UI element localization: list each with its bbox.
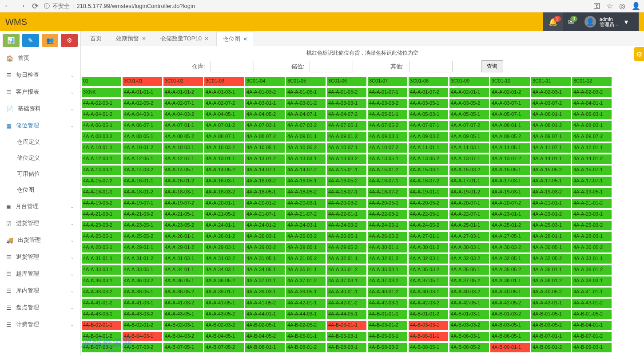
location-cell[interactable]: 4A-A-07-03-1 — [245, 121, 285, 130]
location-cell[interactable]: 4A-A-08-07-2 — [245, 132, 285, 142]
location-cell[interactable]: 4A-A-27-03-1 — [449, 232, 489, 241]
location-cell[interactable]: 4A-A-32-01-1 — [327, 254, 366, 264]
location-cell[interactable]: 4A-A-13-03-1 — [286, 154, 326, 164]
back-icon[interactable]: ← — [4, 1, 12, 11]
location-cell[interactable]: 4A-A-24-05-2 — [409, 221, 448, 230]
location-cell[interactable]: 4A-A-04-05-1 — [204, 110, 244, 119]
location-cell[interactable]: 4A-A-23-03-1 — [572, 210, 612, 219]
sidebar-item-出货管理[interactable]: 🚚出货管理⌄ — [0, 232, 80, 248]
location-cell[interactable]: 4A-A-20-05-1 — [368, 199, 407, 208]
location-cell[interactable]: 4A-A-13-07-1 — [449, 154, 489, 164]
location-cell[interactable]: 4A-A-25-03-1 — [531, 221, 571, 230]
location-cell[interactable]: 4A-A-29-03-2 — [245, 243, 285, 252]
location-cell[interactable]: 4A-A-21-07-1 — [245, 210, 285, 219]
location-cell[interactable]: 4A-A-11-03-1 — [449, 143, 489, 153]
location-cell[interactable]: 4A-B-08-03-2 — [368, 343, 407, 352]
location-cell[interactable]: 4A-A-08-03-1 — [572, 121, 612, 130]
location-cell[interactable]: 4A-B-07-05-1 — [163, 343, 203, 352]
location-cell[interactable]: 4A-B-06-03-1 — [449, 332, 489, 341]
location-cell[interactable]: 4A-A-21-01-1 — [531, 199, 571, 208]
location-cell[interactable]: 4A-A-10-05-2 — [286, 143, 326, 153]
location-cell[interactable]: 4A-A-26-01-1 — [163, 232, 203, 241]
location-cell[interactable]: 4A-A-14-05-2 — [204, 166, 244, 175]
location-cell[interactable]: 4A-A-15-03-1 — [409, 166, 448, 175]
location-cell[interactable]: 4A-A-17-07-1 — [572, 177, 612, 186]
location-cell[interactable]: 4A-A-38-03-2 — [82, 288, 121, 297]
location-cell[interactable]: 4A-A-19-03-2 — [531, 188, 571, 197]
location-cell[interactable]: 4A-A-23-01-1 — [490, 210, 530, 219]
location-cell[interactable]: 4A-A-05-07-1 — [490, 110, 530, 119]
location-cell[interactable]: 4A-A-16-05-2 — [327, 177, 366, 186]
location-cell[interactable]: 4A-A-02-03-2 — [572, 88, 612, 97]
location-cell[interactable]: 4A-A-38-05-1 — [123, 288, 162, 297]
messages-button[interactable]: ✉ 0 — [563, 12, 579, 31]
location-cell[interactable]: 4A-A-09-07-2 — [572, 132, 612, 142]
location-cell[interactable]: 4A-A-24-05-1 — [368, 221, 407, 230]
location-cell[interactable]: 4A-A-01-07-2 — [409, 88, 448, 97]
location-cell[interactable]: 4A-A-13-07-2 — [490, 154, 530, 164]
location-cell[interactable]: 4A-A-40-03-2 — [449, 288, 489, 297]
sidebar-item-越库管理[interactable]: ☰越库管理⌄ — [0, 265, 80, 282]
location-cell[interactable]: 4A-A-29-01-2 — [163, 243, 203, 252]
sidebar-item-储位管理[interactable]: ▦储位管理⌄ — [0, 117, 80, 134]
location-cell[interactable]: 4A-A-41-01-1 — [572, 288, 612, 297]
location-cell[interactable]: 4A-A-33-01-1 — [572, 254, 612, 264]
location-cell[interactable]: 4A-A-08-05-2 — [163, 132, 203, 142]
location-cell[interactable]: 4A-A-18-03-2 — [204, 188, 244, 197]
location-cell[interactable]: 4A-A-07-07-2 — [449, 121, 489, 130]
location-cell[interactable]: 4A-A-22-05-1 — [409, 210, 448, 219]
location-cell[interactable]: 4A-A-44-05-1 — [327, 310, 366, 319]
location-cell[interactable]: 4A-A-18-07-2 — [368, 188, 407, 197]
location-cell[interactable]: 4A-A-17-03-1 — [490, 177, 530, 186]
location-cell[interactable]: 4A-A-37-01-2 — [286, 276, 326, 286]
location-cell[interactable]: 4A-A-38-01-2 — [531, 276, 571, 286]
location-cell[interactable]: 4A-B-02-01-1 — [82, 321, 121, 330]
location-cell[interactable]: 4A-A-02-01-1 — [449, 88, 489, 97]
toolbar-stats-button[interactable]: 📊 — [3, 34, 20, 47]
toolbar-settings-button[interactable]: ⚙ — [61, 34, 78, 47]
location-cell[interactable]: 4A-A-35-01-1 — [286, 265, 326, 275]
location-cell[interactable]: 4A-A-36-05-1 — [163, 276, 203, 286]
location-cell[interactable]: 4A-A-30-01-1 — [368, 243, 407, 252]
location-cell[interactable]: 4A-A-04-07-2 — [327, 110, 366, 119]
location-cell[interactable]: 4A-A-37-03-2 — [368, 276, 407, 286]
location-cell[interactable]: 4A-A-17-01-1 — [449, 177, 489, 186]
location-cell[interactable]: 4A-A-35-05-1 — [449, 265, 489, 275]
location-cell[interactable]: 4A-A-31-05-1 — [245, 254, 285, 264]
location-cell[interactable]: 3C01-05 — [286, 77, 326, 86]
location-cell[interactable]: 4A-A-06-07-1 — [123, 121, 162, 130]
location-cell[interactable]: 4A-A-42-05-1 — [449, 299, 489, 308]
location-cell[interactable]: 4A-A-16-01-1 — [123, 177, 162, 186]
location-cell[interactable]: 4A-A-20-01-2 — [245, 199, 285, 208]
sidebar-item-每日检查[interactable]: ☰每日检查⌄ — [0, 67, 80, 83]
location-cell[interactable]: 4A-A-09-03-1 — [368, 132, 407, 142]
profile-icon[interactable]: 👤 — [632, 2, 640, 10]
location-cell[interactable]: 4A-A-03-07-1 — [490, 99, 530, 108]
location-cell[interactable]: 4A-A-34-05-1 — [245, 265, 285, 275]
location-cell[interactable]: 4A-A-08-01-1 — [490, 121, 530, 130]
location-cell[interactable]: 4A-A-14-07-2 — [286, 166, 326, 175]
location-cell[interactable]: 4A-A-14-01-2 — [572, 154, 612, 164]
location-cell[interactable]: 4A-A-12-03-1 — [82, 154, 121, 164]
location-cell[interactable]: 3C01-06 — [327, 77, 366, 86]
url-bar[interactable]: ⓘ 不安全 | 218.5.177.99/wmstest/loginContro… — [44, 2, 588, 10]
location-cell[interactable]: 4A-A-15-07-2 — [82, 177, 121, 186]
location-cell[interactable]: 4A-A-15-01-2 — [368, 166, 407, 175]
location-cell[interactable]: 4A-A-40-05-2 — [531, 288, 571, 297]
location-cell[interactable]: 4A-A-42-03-1 — [368, 299, 407, 308]
location-cell[interactable]: 4A-A-28-05-1 — [82, 243, 121, 252]
extension-icon[interactable]: ◎ — [619, 2, 625, 10]
location-cell[interactable]: 4A-A-01-05-2 — [327, 88, 366, 97]
location-cell[interactable]: 4A-A-12-05-1 — [123, 154, 162, 164]
location-cell[interactable]: 4A-A-32-05-2 — [531, 254, 571, 264]
location-cell[interactable]: 4A-B-08-05-2 — [449, 343, 489, 352]
location-cell[interactable]: 4A-A-11-05-1 — [490, 143, 530, 153]
location-cell[interactable]: 4A-A-39-03-1 — [245, 288, 285, 297]
location-cell[interactable]: 4A-A-16-07-1 — [368, 177, 407, 186]
location-cell[interactable]: 4A-A-23-01-2 — [531, 210, 571, 219]
location-cell[interactable]: 4A-A-31-03-2 — [204, 254, 244, 264]
location-cell[interactable]: 3C01-10 — [490, 77, 530, 86]
location-cell[interactable]: 4A-B-03-01-1 — [327, 321, 366, 330]
location-cell[interactable]: 4A-A-04-01-2 — [82, 110, 121, 119]
location-cell[interactable]: 4A-B-01-03-1 — [449, 310, 489, 319]
